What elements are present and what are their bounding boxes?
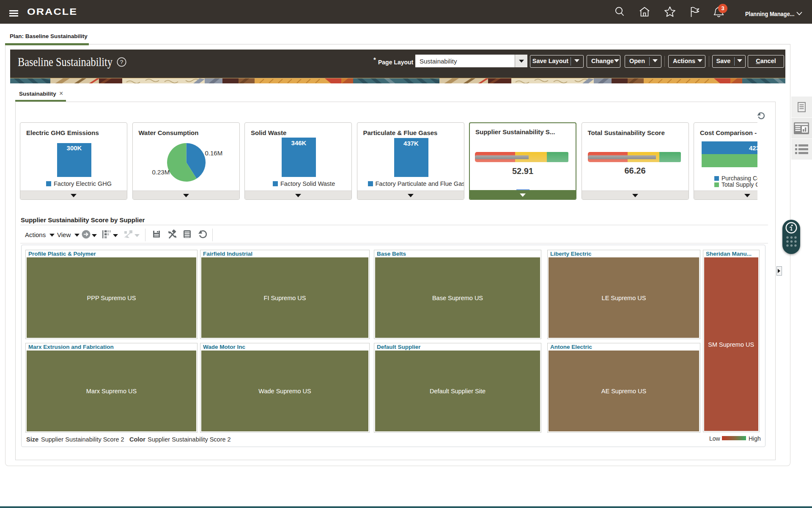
svg-text:?: ?	[120, 59, 123, 65]
svg-text:ORACLE: ORACLE	[27, 8, 77, 16]
